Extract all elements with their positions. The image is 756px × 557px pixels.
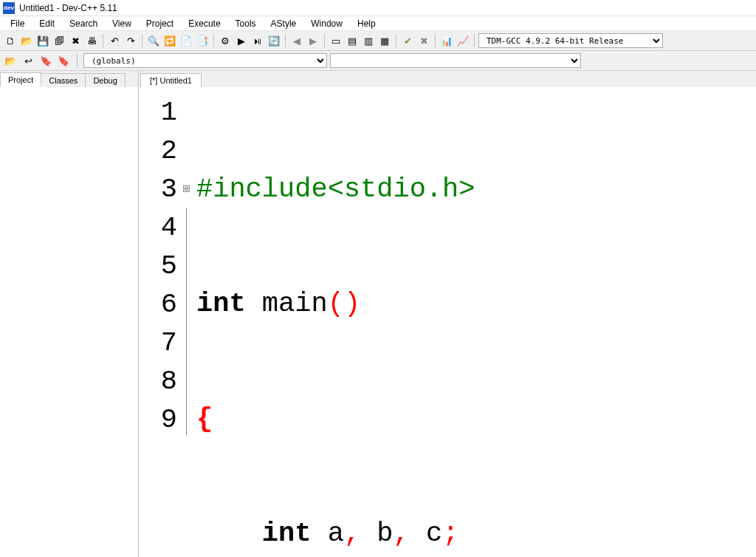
code-token: { — [196, 403, 213, 434]
redo-button[interactable]: ↷ — [123, 33, 138, 48]
goto-bookmark-button[interactable]: 🔖 — [56, 53, 71, 68]
tab-debug[interactable]: Debug — [85, 73, 125, 87]
editor-area: [*] Untitled1 1 2 3 4 5 6 7 8 9 ⊟ — [139, 71, 756, 557]
window-layout2-button[interactable]: ▤ — [345, 33, 360, 48]
stop-button[interactable]: ✖ — [416, 33, 431, 48]
new-project-button[interactable]: 📂 — [3, 53, 18, 68]
new-file-button[interactable]: 🗋 — [3, 33, 18, 48]
nav-back-button[interactable]: ◀ — [289, 33, 304, 48]
fold-toggle-icon[interactable]: ⊟ — [183, 185, 190, 192]
toolbar-separator — [474, 34, 475, 47]
run-button[interactable]: ▶ — [234, 33, 249, 48]
menu-astyle[interactable]: AStyle — [264, 17, 304, 30]
globals-select[interactable]: (globals) — [83, 53, 327, 68]
toolbar-separator — [77, 54, 78, 67]
side-tabs: Project Classes Debug — [0, 71, 138, 87]
compile-run-button[interactable]: ⏯ — [250, 33, 265, 48]
menu-tools[interactable]: Tools — [228, 17, 264, 30]
line-number: 7 — [139, 324, 177, 362]
main-split: Project Classes Debug [*] Untitled1 1 2 … — [0, 71, 756, 557]
side-panel-body — [0, 87, 138, 557]
toolbar-separator — [324, 34, 325, 47]
code-token: () — [328, 288, 360, 319]
code-token: int — [262, 518, 312, 549]
function-select[interactable] — [330, 53, 581, 68]
open-button[interactable]: 📂 — [19, 33, 34, 48]
code-content[interactable]: #include<stdio.h> int main() { int a, b,… — [193, 87, 756, 557]
toolbar-main: 🗋 📂 💾 🗐 ✖ 🖶 ↶ ↷ 🔍 🔁 📄 📑 ⚙ ▶ ⏯ 🔄 ◀ ▶ ▭ ▤ … — [0, 31, 756, 51]
window-layout1-button[interactable]: ▭ — [329, 33, 343, 48]
app-logo-icon: dev — [3, 2, 15, 14]
menu-file[interactable]: File — [3, 17, 32, 30]
menu-help[interactable]: Help — [350, 17, 383, 30]
toolbar-separator — [142, 34, 142, 47]
line-number: 9 — [139, 400, 177, 439]
rebuild-button[interactable]: 🔄 — [267, 33, 281, 48]
compiler-select[interactable]: TDM-GCC 4.9.2 64-bit Release — [478, 33, 663, 48]
menu-view[interactable]: View — [105, 17, 139, 30]
compile-button[interactable]: ⚙ — [218, 33, 233, 48]
insert-button[interactable]: ↩ — [21, 53, 35, 68]
code-token: int — [196, 288, 246, 319]
bookmark-button[interactable]: 🔖 — [38, 53, 53, 68]
line-number-gutter: 1 2 3 4 5 6 7 8 9 — [139, 87, 183, 557]
goto-button[interactable]: 📑 — [195, 33, 210, 48]
replace-button[interactable]: 🔁 — [162, 33, 177, 48]
menu-bar: File Edit Search View Project Execute To… — [0, 16, 756, 31]
window-layout3-button[interactable]: ▥ — [361, 33, 376, 48]
tab-project[interactable]: Project — [0, 72, 41, 87]
save-button[interactable]: 💾 — [35, 33, 50, 48]
close-button[interactable]: ✖ — [68, 33, 83, 48]
find-in-files-button[interactable]: 📄 — [179, 33, 193, 48]
profile-button[interactable]: 📈 — [456, 33, 470, 48]
editor-tabs: [*] Untitled1 — [139, 71, 756, 87]
code-token: main — [262, 288, 328, 319]
find-button[interactable]: 🔍 — [146, 33, 161, 48]
check-syntax-button[interactable]: ✔ — [400, 33, 415, 48]
undo-button[interactable]: ↶ — [107, 33, 122, 48]
line-number: 3 — [139, 170, 177, 208]
fold-column: ⊟ — [183, 87, 193, 557]
toolbar-separator — [213, 34, 214, 47]
toolbar-separator — [396, 34, 396, 47]
code-token: #include<stdio.h> — [196, 174, 475, 205]
editor-tab-untitled1[interactable]: [*] Untitled1 — [140, 73, 202, 87]
tab-classes[interactable]: Classes — [41, 73, 86, 87]
toolbar-separator — [435, 34, 436, 47]
line-number: 6 — [139, 285, 177, 324]
menu-execute[interactable]: Execute — [181, 17, 227, 30]
code-editor[interactable]: 1 2 3 4 5 6 7 8 9 ⊟ — [139, 87, 756, 557]
save-all-button[interactable]: 🗐 — [52, 33, 66, 48]
menu-project[interactable]: Project — [139, 17, 181, 30]
toolbar-separator — [103, 34, 103, 47]
nav-forward-button[interactable]: ▶ — [306, 33, 320, 48]
line-number: 5 — [139, 247, 177, 285]
debug-button[interactable]: 📊 — [439, 33, 454, 48]
toolbar-secondary: 📂 ↩ 🔖 🔖 (globals) — [0, 51, 756, 71]
menu-window[interactable]: Window — [303, 17, 350, 30]
line-number: 8 — [139, 362, 177, 400]
menu-edit[interactable]: Edit — [32, 17, 62, 30]
print-button[interactable]: 🖶 — [84, 33, 99, 48]
toolbar-separator — [285, 34, 286, 47]
line-number: 4 — [139, 208, 177, 247]
title-bar: dev Untitled1 - Dev-C++ 5.11 — [0, 0, 756, 16]
side-panel: Project Classes Debug — [0, 71, 139, 557]
menu-search[interactable]: Search — [62, 17, 105, 30]
line-number: 1 — [139, 93, 177, 131]
window-layout4-button[interactable]: ▦ — [377, 33, 392, 48]
window-title: Untitled1 - Dev-C++ 5.11 — [19, 3, 117, 13]
line-number: 2 — [139, 131, 177, 170]
